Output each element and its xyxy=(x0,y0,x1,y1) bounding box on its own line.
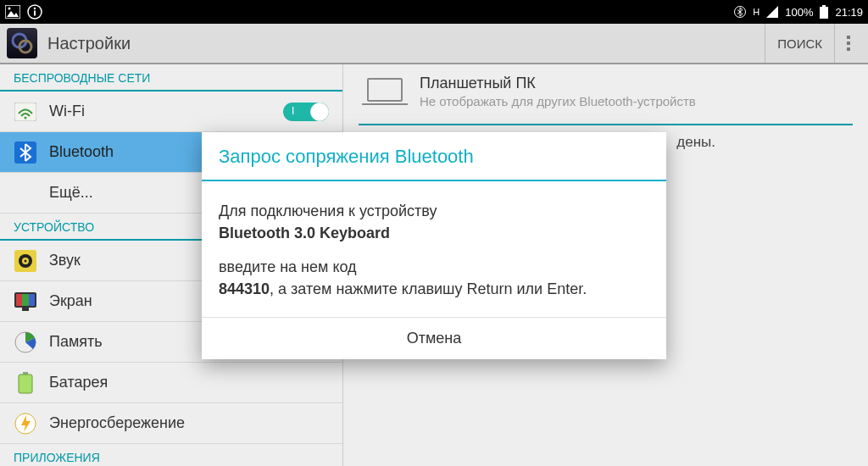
image-icon xyxy=(5,5,20,19)
svg-point-18 xyxy=(25,259,27,262)
svg-rect-8 xyxy=(822,5,826,7)
battery-icon xyxy=(14,371,37,395)
power-saving-icon xyxy=(14,412,37,435)
svg-point-13 xyxy=(25,116,27,119)
pairing-device-name: Bluetooth 3.0 Keyboard xyxy=(219,225,390,241)
sidebar-item-label: Wi-Fi xyxy=(49,103,283,120)
sound-icon xyxy=(14,249,37,273)
storage-icon xyxy=(14,330,37,354)
svg-rect-20 xyxy=(16,294,22,306)
dialog-title: Запрос сопряжения Bluetooth xyxy=(202,132,666,180)
signal-icon xyxy=(766,6,778,18)
wifi-toggle[interactable]: I xyxy=(283,103,329,121)
device-visibility: Не отображать для других Bluetooth-устро… xyxy=(420,94,696,108)
sidebar-item-power-saving[interactable]: Энергосбережение xyxy=(0,403,342,444)
svg-marker-7 xyxy=(766,6,778,18)
clock: 21:19 xyxy=(835,6,863,19)
display-icon xyxy=(14,290,37,313)
section-wireless: БЕСПРОВОДНЫЕ СЕТИ xyxy=(0,64,342,90)
app-header: Настройки ПОИСК xyxy=(0,24,868,64)
network-type: H xyxy=(753,7,760,17)
sidebar-item-wifi[interactable]: Wi-Fi I xyxy=(0,92,342,132)
section-apps: ПРИЛОЖЕНИЯ xyxy=(0,444,342,466)
battery-percent: 100% xyxy=(785,6,813,19)
svg-rect-5 xyxy=(34,11,36,16)
overflow-menu-button[interactable] xyxy=(834,24,861,63)
sidebar-item-label: Батарея xyxy=(49,374,329,391)
sidebar-item-battery[interactable]: Батарея xyxy=(0,363,342,403)
bluetooth-status-icon xyxy=(734,6,746,18)
tablet-icon xyxy=(367,78,403,102)
content-divider xyxy=(359,124,853,125)
info-icon xyxy=(27,4,42,19)
page-title: Настройки xyxy=(47,34,131,53)
svg-point-2 xyxy=(8,8,11,10)
device-name: Планшетный ПК xyxy=(420,75,696,92)
bluetooth-icon xyxy=(14,141,37,164)
svg-rect-21 xyxy=(22,294,29,306)
sidebar-item-label: Энергосбережение xyxy=(49,414,329,432)
dialog-body: Для подключения к устройству Bluetooth 3… xyxy=(202,181,666,317)
battery-icon xyxy=(820,5,828,19)
status-bar: H 100% 21:19 xyxy=(0,0,868,24)
svg-rect-23 xyxy=(22,308,29,311)
svg-point-4 xyxy=(34,8,36,10)
settings-app-icon xyxy=(7,28,37,58)
pairing-code: 844310 xyxy=(219,280,270,297)
this-device-row[interactable]: Планшетный ПК Не отображать для других B… xyxy=(343,75,868,119)
search-button[interactable]: ПОИСК xyxy=(765,24,834,63)
svg-rect-9 xyxy=(820,7,828,19)
svg-rect-22 xyxy=(29,294,35,306)
svg-marker-1 xyxy=(7,11,19,17)
bluetooth-pairing-dialog: Запрос сопряжения Bluetooth Для подключе… xyxy=(202,132,666,359)
wifi-icon xyxy=(14,100,37,124)
svg-rect-26 xyxy=(19,374,32,393)
cancel-button[interactable]: Отмена xyxy=(202,317,666,359)
